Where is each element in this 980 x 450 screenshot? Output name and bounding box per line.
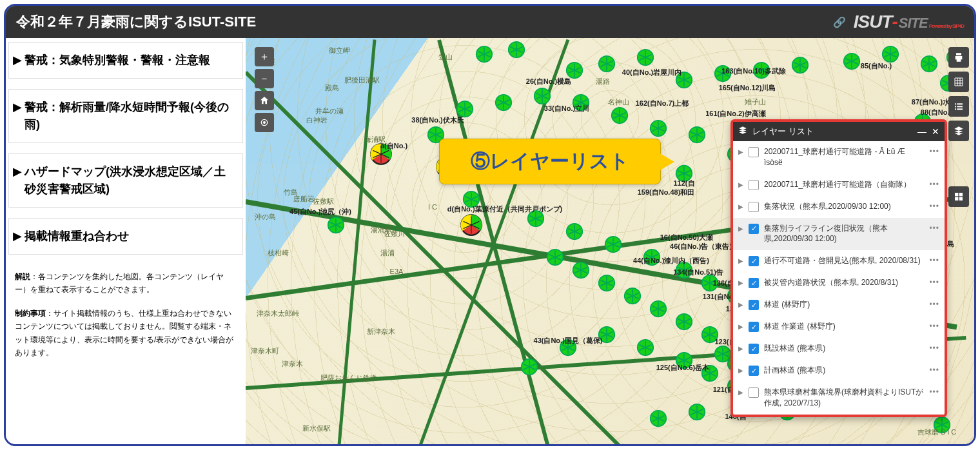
- layer-label: 集落別ライフライン復旧状況（熊本県,2020/09/30 12:00): [764, 223, 924, 245]
- map-marker-ok[interactable]: [495, 93, 513, 112]
- map-marker-ok[interactable]: [533, 87, 551, 105]
- map-marker-alert[interactable]: [460, 213, 483, 237]
- layer-more-button[interactable]: •••: [929, 202, 939, 211]
- layer-more-button[interactable]: •••: [929, 278, 939, 287]
- layer-checkbox[interactable]: [749, 224, 759, 234]
- layer-checkbox[interactable]: [749, 180, 759, 190]
- layer-row[interactable]: ▶計画林道 (熊本県)•••: [733, 360, 945, 382]
- map-marker-ok[interactable]: [649, 300, 667, 318]
- layer-row[interactable]: ▶通行不可道路・啓開見込(熊本県, 2020/08/31)•••: [733, 250, 945, 272]
- expand-icon[interactable]: ▶: [738, 225, 743, 232]
- expand-icon[interactable]: ▶: [738, 257, 743, 264]
- map-marker-ok[interactable]: [920, 55, 938, 73]
- close-button[interactable]: ✕: [932, 126, 939, 137]
- map-marker-ok[interactable]: [520, 358, 538, 376]
- expand-icon[interactable]: ▶: [738, 203, 743, 210]
- map-controls-left: ＋ －: [255, 47, 274, 132]
- map-marker-ok[interactable]: [475, 45, 493, 63]
- layer-panel-header[interactable]: レイヤー リスト — ✕: [733, 122, 945, 141]
- sidebar-item-label: 警戒：気象特別警報・警報・注意報: [24, 52, 210, 69]
- layer-row[interactable]: ▶熊本県球磨村集落境界(球磨村資料よりISUTが作成, 2020/7/13)••…: [733, 382, 945, 415]
- print-icon: [954, 52, 964, 63]
- expand-icon[interactable]: ▶: [738, 367, 743, 374]
- layer-more-button[interactable]: •••: [929, 387, 939, 396]
- zoom-in-button[interactable]: ＋: [255, 47, 274, 66]
- layer-checkbox[interactable]: [749, 278, 759, 288]
- map-marker-ok[interactable]: [598, 55, 616, 73]
- expand-icon[interactable]: ▶: [738, 323, 743, 330]
- print-button[interactable]: [948, 47, 969, 68]
- map-marker-ok[interactable]: [791, 56, 809, 74]
- map-marker-ok[interactable]: [843, 52, 861, 70]
- map-marker-ok[interactable]: [881, 45, 899, 63]
- map-marker-ok[interactable]: [649, 409, 667, 427]
- layer-more-button[interactable]: •••: [929, 224, 939, 233]
- sidebar-item-rainfall[interactable]: ▶ 警戒：解析雨量/降水短時間予報(今後の雨): [8, 89, 243, 143]
- layer-checkbox[interactable]: [749, 147, 759, 157]
- map-marker-ok[interactable]: [688, 403, 706, 421]
- layer-list[interactable]: ▶20200711_球磨村通行可能道路 - Ā Ŀū Æ ìsòsë•••▶20…: [733, 141, 945, 415]
- map-marker-ok[interactable]: [565, 222, 583, 240]
- layers-icon: [738, 126, 747, 137]
- layer-more-button[interactable]: •••: [929, 300, 939, 309]
- expand-icon[interactable]: ▶: [738, 148, 743, 155]
- map-canvas[interactable]: ＋ －: [246, 38, 974, 444]
- expand-icon[interactable]: ▶: [738, 279, 743, 286]
- map-marker-ok[interactable]: [546, 248, 564, 266]
- map-marker-ok[interactable]: [623, 287, 642, 305]
- layer-checkbox[interactable]: [749, 366, 759, 376]
- expand-icon[interactable]: ▶: [738, 389, 743, 396]
- layer-row[interactable]: ▶20200711_球磨村通行可能道路（自衛隊）•••: [733, 174, 945, 196]
- map-marker-ok[interactable]: [675, 313, 693, 331]
- list-button[interactable]: [948, 96, 969, 117]
- layer-checkbox[interactable]: [749, 202, 759, 212]
- layers-button[interactable]: [948, 121, 969, 141]
- map-marker-ok[interactable]: [507, 41, 525, 59]
- sidebar-item-label: 掲載情報重ね合わせ: [24, 228, 129, 245]
- expand-icon[interactable]: ▶: [738, 181, 743, 188]
- basemap-button[interactable]: [948, 186, 969, 207]
- layer-row[interactable]: ▶被災管内道路状況（熊本県, 2020/8/31)•••: [733, 272, 945, 294]
- sidebar-item-overlay[interactable]: ▶ 掲載情報重ね合わせ: [8, 218, 243, 255]
- expand-icon[interactable]: ▶: [738, 345, 743, 352]
- layer-checkbox[interactable]: [749, 322, 759, 332]
- chevron-right-icon: ▶: [13, 229, 22, 243]
- sidebar-item-hazard-map[interactable]: ▶ ハザードマップ(洪水浸水想定区域／土砂災害警戒区域): [8, 153, 243, 208]
- map-marker-ok[interactable]: [598, 274, 616, 292]
- layer-checkbox[interactable]: [749, 256, 759, 266]
- map-marker-ok[interactable]: [636, 338, 654, 357]
- link-icon[interactable]: 🔗: [833, 16, 846, 28]
- layer-row[interactable]: ▶集落別ライフライン復旧状況（熊本県,2020/09/30 12:00)•••: [733, 218, 945, 251]
- zoom-out-button[interactable]: －: [255, 69, 274, 88]
- layer-row[interactable]: ▶林道 作業道 (林野庁)•••: [733, 316, 945, 338]
- layer-checkbox[interactable]: [749, 300, 759, 310]
- layer-more-button[interactable]: •••: [929, 256, 939, 265]
- layer-more-button[interactable]: •••: [929, 180, 939, 189]
- layer-row[interactable]: ▶既設林道 (熊本県)•••: [733, 338, 945, 360]
- expand-icon[interactable]: ▶: [738, 301, 743, 308]
- map-marker-ok[interactable]: [611, 106, 629, 124]
- layer-more-button[interactable]: •••: [929, 322, 939, 331]
- layer-checkbox[interactable]: [749, 387, 759, 398]
- sidebar-item-label: ハザードマップ(洪水浸水想定区域／土砂災害警戒区域): [24, 163, 236, 198]
- sidebar-item-weather-alert[interactable]: ▶ 警戒：気象特別警報・警報・注意報: [8, 42, 243, 79]
- map-marker-ok[interactable]: [688, 126, 706, 144]
- map-marker-ok[interactable]: [649, 119, 667, 137]
- home-button[interactable]: [255, 91, 274, 110]
- grid-button[interactable]: [948, 72, 969, 92]
- layer-checkbox[interactable]: [749, 344, 759, 354]
- layer-more-button[interactable]: •••: [929, 344, 939, 353]
- locate-button[interactable]: [255, 113, 274, 132]
- svg-rect-9: [959, 193, 963, 196]
- map-marker-ok[interactable]: [604, 235, 622, 253]
- layer-row[interactable]: ▶20200711_球磨村通行可能道路 - Ā Ŀū Æ ìsòsë•••: [733, 141, 945, 174]
- layer-more-button[interactable]: •••: [929, 147, 939, 156]
- callout-layer-list: ⑤レイヤーリスト: [439, 139, 661, 184]
- layer-more-button[interactable]: •••: [929, 366, 939, 375]
- map-marker-ok[interactable]: [572, 261, 590, 279]
- layer-row[interactable]: ▶集落状況（熊本県,2020/09/30 12:00)•••: [733, 196, 945, 218]
- minimize-button[interactable]: —: [917, 126, 926, 137]
- layer-row[interactable]: ▶林道 (林野庁)•••: [733, 294, 945, 316]
- map-marker-ok[interactable]: [636, 48, 654, 66]
- map-marker-ok[interactable]: [327, 216, 345, 234]
